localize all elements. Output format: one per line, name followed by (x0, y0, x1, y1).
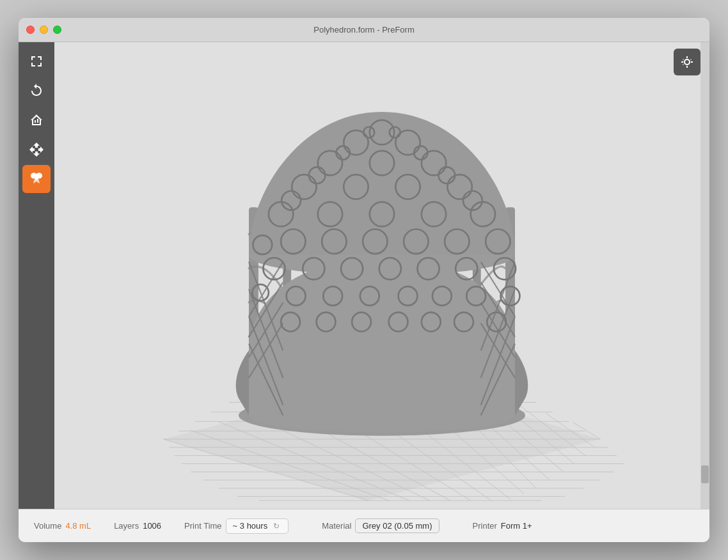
main-content (19, 42, 709, 509)
print-time-label: Print Time (184, 521, 222, 531)
layers-label: Layers (114, 521, 139, 531)
scrollbar-track[interactable] (700, 42, 709, 509)
printer-value: Form 1+ (501, 521, 532, 531)
title-bar: Polyhedron.form - PreForm (19, 18, 709, 42)
volume-item: Volume 4.8 mL (34, 521, 91, 531)
printer-item: Printer Form 1+ (473, 521, 532, 531)
3d-scene (54, 42, 709, 509)
view-options-button[interactable] (674, 49, 700, 75)
volume-value: 4.8 mL (65, 521, 91, 531)
traffic-lights (26, 26, 61, 34)
window-title: Polyhedron.form - PreForm (313, 25, 415, 35)
move-icon (29, 142, 44, 157)
expand-icon (29, 54, 44, 69)
svg-point-0 (684, 59, 690, 65)
print-time-pill[interactable]: ~ 3 hours ↻ (226, 518, 289, 534)
rotate-icon (29, 83, 44, 98)
layers-value: 1006 (143, 521, 161, 531)
printer-label: Printer (473, 521, 497, 531)
view-icon (680, 55, 694, 69)
orient-tool-button[interactable] (22, 47, 51, 75)
status-bar: Volume 4.8 mL Layers 1006 Print Time ~ 3… (19, 509, 709, 542)
volume-label: Volume (34, 521, 61, 531)
material-label: Material (322, 521, 351, 531)
material-value: Grey 02 (0.05 mm) (362, 521, 432, 531)
analytics-icon (29, 113, 44, 128)
rotate-tool-button[interactable] (22, 77, 51, 105)
scrollbar-thumb[interactable] (701, 465, 709, 483)
maximize-button[interactable] (53, 26, 61, 34)
transform-tool-button[interactable] (22, 136, 51, 164)
viewport[interactable] (54, 42, 709, 509)
toolbar (19, 42, 54, 509)
close-button[interactable] (26, 26, 35, 34)
layers-item: Layers 1006 (114, 521, 161, 531)
print-time-value: ~ 3 hours (233, 521, 268, 531)
material-item: Material Grey 02 (0.05 mm) (322, 518, 439, 533)
support-tool-button[interactable] (22, 165, 51, 193)
refresh-icon[interactable]: ↻ (271, 521, 281, 531)
minimize-button[interactable] (40, 26, 48, 34)
material-pill[interactable]: Grey 02 (0.05 mm) (355, 518, 439, 533)
support-icon (28, 171, 45, 187)
analysis-tool-button[interactable] (22, 106, 51, 134)
app-window: Polyhedron.form - PreForm (19, 18, 709, 542)
print-time-item: Print Time ~ 3 hours ↻ (184, 518, 289, 534)
